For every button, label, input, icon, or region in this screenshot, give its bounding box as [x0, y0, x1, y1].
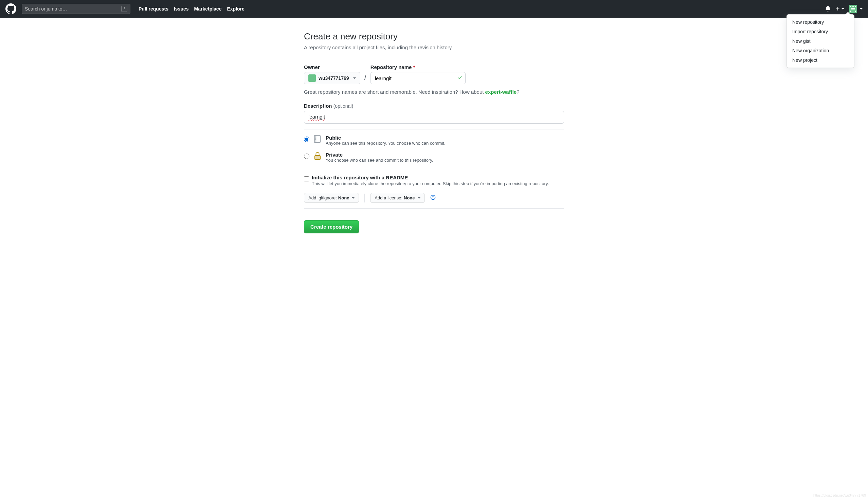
readme-desc: This will let you immediately clone the … [312, 181, 549, 186]
divider [304, 56, 564, 56]
owner-name: wu347771769 [319, 75, 349, 81]
path-separator: / [364, 74, 366, 84]
menu-import-repository[interactable]: Import repository [787, 27, 854, 36]
divider [304, 208, 564, 209]
top-nav: Pull requests Issues Marketplace Explore [138, 6, 244, 12]
repo-name-input[interactable] [371, 72, 466, 84]
check-icon [457, 75, 462, 81]
divider [304, 169, 564, 169]
caret-down-icon [842, 8, 844, 10]
svg-rect-1 [852, 6, 854, 7]
svg-point-14 [433, 196, 433, 197]
public-radio[interactable] [304, 136, 309, 142]
private-title: Private [326, 152, 433, 158]
license-info-icon[interactable] [430, 195, 436, 201]
repo-icon [313, 134, 322, 144]
lock-icon [313, 151, 322, 161]
user-menu[interactable] [849, 5, 863, 13]
divider [304, 129, 564, 129]
global-header: / Pull requests Issues Marketplace Explo… [0, 0, 868, 18]
main-container: Create a new repository A repository con… [298, 31, 570, 233]
gitignore-select[interactable]: Add .gitignore: None [304, 193, 359, 203]
menu-new-gist[interactable]: New gist [787, 36, 854, 46]
private-desc: You choose who can see and commit to thi… [326, 158, 433, 163]
private-radio[interactable] [304, 154, 309, 159]
description-input[interactable] [304, 111, 564, 124]
create-new-menu: New repository Import repository New gis… [787, 14, 854, 68]
description-label: Description (optional) [304, 103, 564, 109]
menu-new-repository[interactable]: New repository [787, 17, 854, 27]
readme-title: Initialize this repository with a README [312, 174, 549, 180]
menu-new-project[interactable]: New project [787, 55, 854, 65]
github-logo-icon[interactable] [5, 3, 16, 14]
repo-name-label: Repository name * [371, 64, 466, 70]
svg-rect-2 [855, 6, 856, 7]
owner-select[interactable]: wu347771769 [304, 72, 360, 84]
license-select[interactable]: Add a license: None [370, 193, 425, 203]
page-subtitle: A repository contains all project files,… [304, 44, 564, 50]
svg-rect-0 [850, 6, 851, 7]
visibility-public-row: Public Anyone can see this repository. Y… [304, 135, 564, 146]
svg-point-8 [315, 137, 315, 137]
create-repository-button[interactable]: Create repository [304, 220, 359, 233]
nav-issues[interactable]: Issues [174, 6, 189, 12]
create-new-dropdown[interactable] [836, 6, 844, 11]
notifications-icon[interactable] [825, 6, 831, 12]
name-suggestion[interactable]: expert-waffle [485, 89, 517, 95]
owner-repo-row: Owner wu347771769 / Repository name * [304, 64, 564, 84]
svg-point-9 [315, 138, 315, 138]
nav-marketplace[interactable]: Marketplace [194, 6, 222, 12]
visibility-private-row: Private You choose who can see and commi… [304, 152, 564, 163]
caret-down-icon [352, 197, 355, 199]
caret-down-icon [418, 197, 420, 199]
search-shortcut-badge: / [121, 6, 128, 12]
page-title: Create a new repository [304, 31, 564, 42]
readme-row: Initialize this repository with a README… [304, 174, 564, 186]
menu-new-organization[interactable]: New organization [787, 46, 854, 55]
divider [364, 194, 365, 202]
svg-rect-11 [315, 156, 320, 160]
search-input[interactable] [25, 6, 121, 12]
owner-avatar-icon [308, 75, 316, 82]
public-title: Public [326, 135, 445, 141]
name-hint: Great repository names are short and mem… [304, 89, 564, 95]
header-right [825, 5, 863, 13]
readme-checkbox[interactable] [304, 176, 309, 181]
caret-down-icon [860, 8, 863, 10]
caret-down-icon [353, 77, 356, 79]
owner-label: Owner [304, 64, 360, 70]
description-section: Description (optional) learngit [304, 103, 564, 124]
nav-pull-requests[interactable]: Pull requests [138, 6, 169, 12]
nav-explore[interactable]: Explore [227, 6, 244, 12]
public-desc: Anyone can see this repository. You choo… [326, 141, 445, 146]
svg-point-10 [315, 139, 315, 140]
svg-rect-3 [851, 8, 855, 10]
svg-rect-5 [855, 11, 856, 12]
select-row: Add .gitignore: None Add a license: None [304, 193, 564, 203]
search-box[interactable]: / [22, 4, 130, 14]
